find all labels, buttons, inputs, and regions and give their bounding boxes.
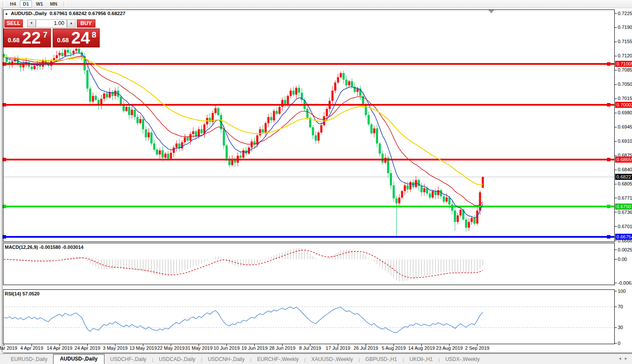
time-axis-label: 13 May 2019 bbox=[130, 345, 157, 351]
price-tick-label: 0.67360 bbox=[618, 210, 632, 215]
price-badge-0.66754: 0.66754 bbox=[615, 234, 632, 240]
time-axis-label: 26 Mar 2019 bbox=[0, 345, 17, 351]
time-axis-label: 23 Aug 2019 bbox=[436, 345, 463, 351]
price-badge-0.67501: 0.67501 bbox=[615, 204, 632, 210]
sell-pips: 22 bbox=[22, 29, 41, 47]
tab-scroll-arrows: ◄► bbox=[618, 357, 630, 361]
time-axis-label: 8 Jul 2019 bbox=[299, 345, 321, 351]
chart-shift-marker-icon[interactable] bbox=[488, 10, 494, 13]
price-tick-label: 0.69100 bbox=[618, 138, 632, 144]
buy-pips: 24 bbox=[71, 29, 90, 47]
tab-scroll-left-icon[interactable]: ◄ bbox=[618, 357, 624, 361]
tab-usdcad-daily[interactable]: USDCAD-,Daily bbox=[153, 355, 201, 364]
time-axis-label: 5 Aug 2019 bbox=[382, 345, 406, 351]
buy-big-figure: 0.68 bbox=[57, 37, 69, 44]
rsi-axis-label: 100 bbox=[618, 289, 632, 294]
volume-decrease-button[interactable]: ▼ bbox=[27, 19, 36, 28]
macd-label: MACD(12,26,9) -0.001580 -0.003014 bbox=[5, 245, 83, 250]
sell-price-display[interactable]: 0.68 22 7 bbox=[3, 28, 51, 47]
time-axis-label: 24 Apr 2019 bbox=[75, 345, 100, 351]
time-axis-label: 14 Apr 2019 bbox=[47, 345, 72, 351]
macd-axis-label: 0.002574 bbox=[618, 247, 632, 253]
rsi-axis-label: 0 bbox=[618, 341, 632, 346]
price-tick-label: 0.71200 bbox=[618, 53, 632, 59]
chart-tab-bar: EURUSD-,DailyAUDUSD-,DailyUSDCHF-,Daily|… bbox=[0, 354, 632, 364]
macd-axis-label: -0.006326 bbox=[618, 280, 632, 286]
price-tick-label: 0.67710 bbox=[618, 195, 632, 201]
down-arrow-icon: ▼ bbox=[30, 21, 33, 25]
tab-ukoil-h1[interactable]: UKOil-,H1 bbox=[404, 355, 439, 364]
rsi-axis-label: 70 bbox=[618, 304, 632, 310]
time-axis-label: 26 Jul 2019 bbox=[354, 345, 378, 351]
time-axis-label: 19 Jun 2019 bbox=[241, 345, 268, 351]
chart-title: ▲ AUDUSD-,Daily 0.67961 0.68242 0.67956 … bbox=[5, 11, 126, 16]
volume-increase-button[interactable]: ▲ bbox=[67, 19, 76, 28]
tab-usdcnh-daily[interactable]: USDCNH-,Daily bbox=[202, 355, 250, 364]
time-axis-label: 10 Jun 2019 bbox=[214, 345, 240, 351]
time-axis-label: 2 Sep 2019 bbox=[465, 345, 489, 351]
sell-big-figure: 0.68 bbox=[8, 37, 19, 44]
price-tick-label: 0.70150 bbox=[618, 96, 632, 101]
price-tick-label: 0.69450 bbox=[618, 124, 632, 130]
price-badge-0.71005: 0.71005 bbox=[615, 61, 632, 67]
sell-pipette: 7 bbox=[43, 30, 47, 40]
price-tick-label: 0.67010 bbox=[618, 224, 632, 229]
time-axis-label: 4 Apr 2019 bbox=[20, 345, 43, 351]
price-tick-label: 0.72250 bbox=[618, 11, 632, 16]
time-axis-label: 22 May 2019 bbox=[157, 345, 185, 351]
volume-input[interactable]: 1.00 bbox=[36, 19, 67, 28]
price-tick-label: 0.71550 bbox=[618, 39, 632, 44]
price-badge-0.70002: 0.70002 bbox=[615, 102, 632, 108]
sell-button[interactable]: SELL bbox=[4, 19, 23, 28]
up-arrow-icon: ▲ bbox=[70, 21, 73, 25]
price-tick-label: 0.68400 bbox=[618, 167, 632, 173]
rsi-label: RSI(14) 57.0520 bbox=[5, 291, 40, 296]
buy-price-display[interactable]: 0.68 24 8 bbox=[53, 28, 100, 47]
symbol-label: AUDUSD-,Daily bbox=[11, 11, 47, 16]
tab-gbpusd-h1[interactable]: GBPUSD-,H1 bbox=[360, 355, 402, 364]
tab-usdx-weekly[interactable]: USDX-,Weekly bbox=[439, 355, 485, 364]
time-axis-label: 3 May 2019 bbox=[103, 345, 127, 351]
buy-pipette: 8 bbox=[92, 30, 96, 40]
price-tick-label: 0.71900 bbox=[618, 25, 632, 30]
price-badge-0.68227: 0.68227 bbox=[615, 174, 632, 180]
rsi-axis-label: 30 bbox=[618, 325, 632, 330]
price-tick-label: 0.70850 bbox=[618, 67, 632, 73]
ohlc-values: 0.67961 0.68242 0.67956 0.68227 bbox=[50, 11, 126, 16]
tab-eurchf-weekly[interactable]: EURCHF-,Weekly bbox=[252, 355, 304, 364]
tab-usdchf-daily[interactable]: USDCHF-,Daily bbox=[104, 355, 152, 364]
macd-axis-label: 0.00 bbox=[618, 257, 632, 262]
time-axis-label: 14 Aug 2019 bbox=[408, 345, 435, 351]
trading-platform-window: H4D1W1MN ▲ AUDUSD-,Daily 0.67961 0.68242… bbox=[0, 0, 632, 364]
price-tick-label: 0.68050 bbox=[618, 181, 632, 187]
time-axis-label: 31 May 2019 bbox=[185, 345, 213, 351]
tab-audusd-daily[interactable]: AUDUSD-,Daily bbox=[53, 354, 104, 364]
price-tick-label: 0.70500 bbox=[618, 82, 632, 87]
title-arrow-icon: ▲ bbox=[5, 12, 8, 16]
buy-button[interactable]: BUY bbox=[77, 19, 95, 28]
tab-eurusd-daily[interactable]: EURUSD-,Daily bbox=[5, 355, 53, 364]
price-badge-0.68655: 0.68655 bbox=[615, 157, 632, 163]
time-axis-label: 17 Jul 2019 bbox=[326, 345, 351, 351]
chart-canvas[interactable] bbox=[0, 0, 632, 364]
price-tick-label: 0.69800 bbox=[618, 110, 632, 116]
tab-xauusd-weekly[interactable]: XAUUSD-,Weekly bbox=[306, 355, 358, 364]
time-axis-label: 28 Jun 2019 bbox=[269, 345, 296, 351]
tab-scroll-right-icon[interactable]: ► bbox=[624, 357, 630, 361]
